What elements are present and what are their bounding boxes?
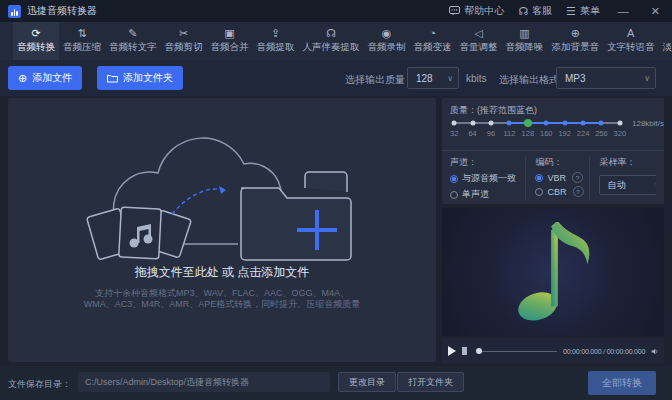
bitrate-tick[interactable]: 32: [445, 115, 463, 145]
menu-button[interactable]: ☰ 菜单: [566, 4, 600, 18]
help-center-label: 帮助中心: [464, 4, 504, 18]
hamburger-icon: ☰: [566, 6, 576, 17]
audio-preview-panel: [442, 208, 664, 336]
bitrate-tick[interactable]: 320: [611, 115, 629, 145]
toolbar-tab[interactable]: ⇅ 音频压缩: [59, 22, 105, 60]
window-title: 迅捷音频转换器: [27, 4, 97, 18]
dropzone-illustration-icon: [76, 126, 376, 266]
channel-option[interactable]: 单声道: [450, 188, 525, 200]
toolbar-tab[interactable]: ◔ 音频变速: [410, 22, 456, 60]
title-bar: 迅捷音频转换器 帮助中心 ☊ 客服 ☰ 菜单 — ✕: [0, 0, 672, 22]
quality-select[interactable]: 128 ∨: [407, 67, 459, 89]
toolbar-tab[interactable]: A 文字转语音: [603, 22, 659, 60]
tick-label: 64: [468, 129, 476, 138]
tick-dot-icon: [489, 121, 494, 126]
close-button[interactable]: ✕: [647, 5, 664, 18]
bitrate-tick[interactable]: 192: [555, 115, 573, 145]
toolbar-tab[interactable]: ⊕ 添加背景音: [548, 22, 604, 60]
volume-icon[interactable]: [651, 346, 658, 357]
file-drop-zone[interactable]: 拖拽文件至此处 或 点击添加文件 支持十余种音频格式MP3、WAV、FLAC、A…: [8, 98, 436, 362]
tab-icon: ⇅: [77, 28, 86, 39]
bitrate-tick[interactable]: 64: [463, 115, 481, 145]
tab-label: 音频变速: [414, 41, 452, 54]
format-select[interactable]: MP3 ∨: [556, 67, 656, 89]
tab-icon: ☊: [326, 28, 336, 39]
change-directory-button[interactable]: 更改目录: [338, 372, 396, 392]
folder-icon: [107, 74, 118, 83]
toolbar-tabs: ⟳ 音频转换 ⇅ 音频压缩 ✎ 音频转文字 ✂ 音频剪切: [13, 22, 672, 60]
bitrate-slider[interactable]: 32 64 96 112: [445, 115, 629, 145]
seek-handle[interactable]: [476, 348, 482, 354]
channel-option[interactable]: 与源音频一致: [450, 172, 525, 185]
tick-dot-icon: [544, 121, 549, 126]
tick-label: 112: [503, 129, 515, 138]
tab-label: 添加背景音: [552, 41, 600, 54]
tick-label: 160: [540, 129, 553, 138]
chevron-down-icon: ∨: [655, 181, 656, 190]
help-icon[interactable]: ?: [572, 172, 583, 183]
open-folder-button[interactable]: 打开文件夹: [397, 372, 464, 392]
samplerate-label: 采样率：: [599, 156, 656, 169]
tab-icon: A: [627, 28, 634, 39]
add-file-button[interactable]: ⊕ 添加文件: [8, 66, 82, 90]
tick-dot-icon: [470, 121, 475, 126]
toolbar-tab[interactable]: ▣ 音频合并: [207, 22, 253, 60]
tick-dot-icon: [507, 121, 512, 126]
tab-icon: ◔: [429, 28, 436, 39]
scroll-left-icon[interactable]: ‹: [3, 56, 7, 60]
chat-bubble-icon: [449, 6, 460, 16]
quality-unit-label: kbits: [466, 73, 487, 84]
bitrate-tick[interactable]: 96: [482, 115, 500, 145]
encoding-option-label: CBR: [547, 187, 566, 197]
toolbar-tab[interactable]: ☊ 人声伴奏提取: [299, 22, 364, 60]
chevron-down-icon: ∨: [644, 74, 650, 83]
scroll-right-icon[interactable]: ›: [664, 56, 670, 60]
stop-button[interactable]: [462, 347, 467, 355]
music-note-icon: [512, 222, 594, 322]
toolbar-tab[interactable]: ◉ 音频录制: [364, 22, 410, 60]
quality-select-label: 选择输出质量：: [345, 73, 415, 87]
toolbar-tab[interactable]: ⟳ 音频转换: [13, 22, 59, 60]
radio-icon: [450, 191, 458, 199]
bitrate-tick[interactable]: 128: [519, 115, 537, 145]
toolbar-tab[interactable]: ▥ 音频降噪: [502, 22, 548, 60]
help-icon[interactable]: ?: [573, 186, 584, 197]
play-button[interactable]: [448, 346, 456, 356]
playback-time: 00:00:00.000 / 00:00:00.000: [563, 348, 645, 355]
plus-circle-icon: ⊕: [18, 73, 27, 84]
tab-icon: ✎: [128, 28, 137, 39]
tab-label: 文字转语音: [607, 41, 655, 54]
encoding-option[interactable]: VBR ?: [535, 172, 589, 183]
add-folder-button[interactable]: 添加文件夹: [97, 66, 183, 90]
save-directory-input[interactable]: [78, 372, 330, 392]
toolbar-tab[interactable]: ◑ 淡入淡出: [659, 22, 672, 60]
tick-label: 256: [595, 129, 608, 138]
toolbar-tab[interactable]: ✎ 音频转文字: [105, 22, 161, 60]
tick-dot-icon: [617, 121, 622, 126]
bitrate-tick[interactable]: 112: [500, 115, 518, 145]
toolbar-tab[interactable]: ◁ 音量调整: [456, 22, 502, 60]
tab-icon: ◉: [382, 28, 392, 39]
encoding-option[interactable]: CBR ?: [535, 186, 589, 197]
seek-slider[interactable]: [477, 346, 557, 356]
tab-icon: ⊕: [571, 28, 580, 39]
help-center-button[interactable]: 帮助中心: [449, 4, 504, 18]
tab-label: 音频提取: [257, 41, 295, 54]
minimize-button[interactable]: —: [614, 5, 633, 17]
tab-label: 淡入淡出: [663, 41, 672, 54]
tab-icon: ⟳: [31, 28, 40, 39]
tab-icon: ◁: [474, 28, 482, 39]
samplerate-select[interactable]: 自动 ∨: [599, 175, 656, 195]
tab-label: 音频合并: [211, 41, 249, 54]
customer-service-button[interactable]: ☊ 客服: [518, 4, 552, 18]
tick-dot-icon: [599, 121, 604, 126]
toolbar-tab[interactable]: ✂ 音频剪切: [161, 22, 207, 60]
bitrate-tick[interactable]: 160: [537, 115, 555, 145]
bitrate-tick[interactable]: 224: [574, 115, 592, 145]
tick-dot-icon: [581, 121, 586, 126]
toolbar-tab[interactable]: ⇪ 音频提取: [253, 22, 299, 60]
tab-icon: ✂: [179, 28, 188, 39]
bitrate-tick[interactable]: 256: [592, 115, 610, 145]
convert-all-button[interactable]: 全部转换: [588, 371, 656, 395]
supported-formats-text: 支持十余种音频格式MP3、WAV、FLAC、AAC、OGG、M4A、 WMA、A…: [8, 288, 436, 310]
